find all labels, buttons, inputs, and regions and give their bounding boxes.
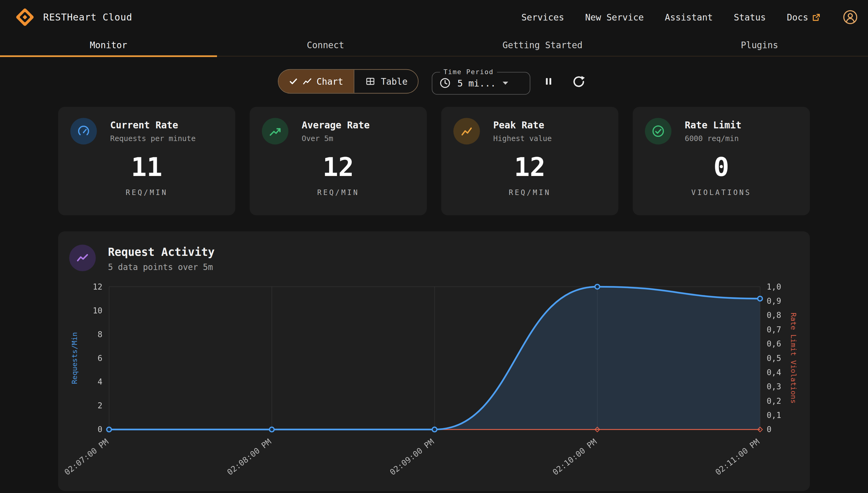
stat-title: Rate Limit	[685, 120, 741, 131]
trend-up-icon	[262, 118, 288, 144]
tab-connect[interactable]: Connect	[217, 34, 434, 56]
svg-text:0,6: 0,6	[767, 339, 781, 348]
stat-unit: REQ/MIN	[70, 188, 223, 196]
check-circle-icon	[645, 118, 672, 144]
activity-title: Request Activity	[108, 245, 215, 259]
view-toggle-table-label: Table	[381, 76, 408, 87]
stat-card-current-rate: Current Rate Requests per minute 11 REQ/…	[58, 107, 235, 215]
svg-text:0: 0	[767, 425, 772, 434]
peak-line-icon	[453, 118, 480, 144]
table-icon	[365, 76, 376, 87]
stat-unit: VIOLATIONS	[645, 188, 798, 196]
svg-text:1,0: 1,0	[767, 282, 781, 292]
svg-text:2: 2	[97, 401, 103, 410]
tab-plugins[interactable]: Plugins	[651, 34, 868, 56]
stat-card-rate-limit: Rate Limit 6000 req/min 0 VIOLATIONS	[633, 107, 810, 215]
tab-label: Plugins	[741, 40, 778, 50]
line-chart-icon	[303, 78, 311, 85]
svg-text:10: 10	[93, 306, 103, 315]
svg-text:4: 4	[97, 377, 103, 387]
controls-row: Chart Table Time Period 5 mi...	[0, 65, 868, 98]
stat-subtitle: 6000 req/min	[685, 134, 741, 143]
nav-item-status[interactable]: Status	[734, 12, 766, 22]
svg-text:Rate Limit Violations: Rate Limit Violations	[789, 313, 798, 404]
svg-text:02:09:00 PM: 02:09:00 PM	[388, 437, 435, 477]
activity-line-icon	[69, 245, 96, 271]
svg-text:02:10:00 PM: 02:10:00 PM	[551, 437, 598, 477]
nav-item-services[interactable]: Services	[521, 12, 564, 22]
time-period-select[interactable]: Time Period 5 mi...	[432, 68, 530, 94]
stat-value: 11	[70, 154, 223, 180]
activity-chart: 02468101200,10,20,30,40,50,60,70,80,91,0…	[69, 279, 799, 484]
view-toggle-chart-label: Chart	[317, 76, 343, 87]
refresh-icon	[572, 75, 585, 88]
pause-icon	[544, 76, 554, 86]
svg-text:6: 6	[97, 353, 103, 363]
svg-text:0,3: 0,3	[767, 382, 781, 391]
user-avatar-icon	[842, 9, 858, 25]
stat-value: 12	[262, 154, 415, 180]
activity-card: Request Activity 5 data points over 5m 0…	[58, 232, 810, 491]
svg-text:02:11:00 PM: 02:11:00 PM	[713, 437, 761, 477]
check-icon	[289, 77, 298, 86]
time-period-value: 5 mi...	[457, 78, 496, 88]
pause-button[interactable]	[537, 70, 560, 93]
tab-label: Connect	[307, 40, 344, 50]
stats-row: Current Rate Requests per minute 11 REQ/…	[58, 107, 810, 215]
clock-icon	[439, 77, 451, 89]
tab-monitor[interactable]: Monitor	[0, 34, 217, 56]
refresh-button[interactable]	[567, 70, 590, 93]
svg-text:02:07:00 PM: 02:07:00 PM	[62, 437, 110, 477]
view-toggle-chart[interactable]: Chart	[279, 70, 354, 93]
brand-logo-icon	[15, 8, 34, 26]
time-period-label: Time Period	[440, 68, 497, 76]
nav-item-docs[interactable]: Docs	[787, 12, 820, 22]
svg-text:0,7: 0,7	[767, 325, 781, 334]
tab-bar: Monitor Connect Getting Started Plugins	[0, 34, 868, 56]
nav-item-assistant[interactable]: Assistant	[665, 12, 713, 22]
tab-label: Monitor	[90, 40, 127, 50]
stat-card-peak-rate: Peak Rate Highest value 12 REQ/MIN	[441, 107, 619, 215]
stat-title: Current Rate	[110, 120, 196, 131]
svg-text:0,4: 0,4	[767, 368, 781, 377]
svg-text:0: 0	[97, 425, 103, 434]
brand[interactable]: RESTHeart Cloud	[15, 8, 132, 26]
top-nav: Services New Service Assistant Status Do…	[521, 9, 858, 25]
svg-text:0,8: 0,8	[767, 310, 781, 320]
stat-value: 12	[453, 154, 606, 180]
svg-text:12: 12	[93, 282, 103, 292]
svg-text:02:08:00 PM: 02:08:00 PM	[225, 437, 273, 477]
stat-subtitle: Highest value	[493, 134, 551, 143]
stat-subtitle: Over 5m	[302, 134, 370, 143]
svg-text:0,5: 0,5	[767, 353, 781, 363]
main-content: Current Rate Requests per minute 11 REQ/…	[58, 107, 810, 491]
view-toggle: Chart Table	[278, 69, 419, 94]
stat-subtitle: Requests per minute	[110, 134, 196, 143]
nav-item-docs-label: Docs	[787, 12, 808, 22]
stat-card-average-rate: Average Rate Over 5m 12 REQ/MIN	[249, 107, 427, 215]
svg-text:0,2: 0,2	[767, 396, 781, 406]
app-root: RESTHeart Cloud Services New Service Ass…	[0, 0, 868, 493]
gauge-icon	[70, 118, 97, 144]
stat-unit: REQ/MIN	[262, 188, 415, 196]
stat-unit: REQ/MIN	[453, 188, 606, 196]
svg-text:0,9: 0,9	[767, 296, 781, 305]
tab-getting-started[interactable]: Getting Started	[434, 34, 651, 56]
tab-label: Getting Started	[502, 40, 582, 50]
svg-text:8: 8	[97, 330, 103, 339]
user-menu-button[interactable]	[842, 9, 858, 25]
stat-value: 0	[645, 154, 798, 180]
external-link-icon	[812, 13, 820, 21]
stat-title: Average Rate	[302, 120, 370, 131]
brand-name: RESTHeart Cloud	[43, 12, 132, 23]
app-header: RESTHeart Cloud Services New Service Ass…	[0, 0, 868, 34]
svg-text:Requests/Min: Requests/Min	[70, 332, 79, 384]
view-toggle-table[interactable]: Table	[354, 70, 418, 93]
activity-subtitle: 5 data points over 5m	[108, 262, 215, 273]
stat-title: Peak Rate	[493, 120, 551, 131]
svg-text:0,1: 0,1	[767, 410, 781, 420]
nav-item-new-service[interactable]: New Service	[585, 12, 644, 22]
chevron-down-icon	[502, 81, 508, 85]
